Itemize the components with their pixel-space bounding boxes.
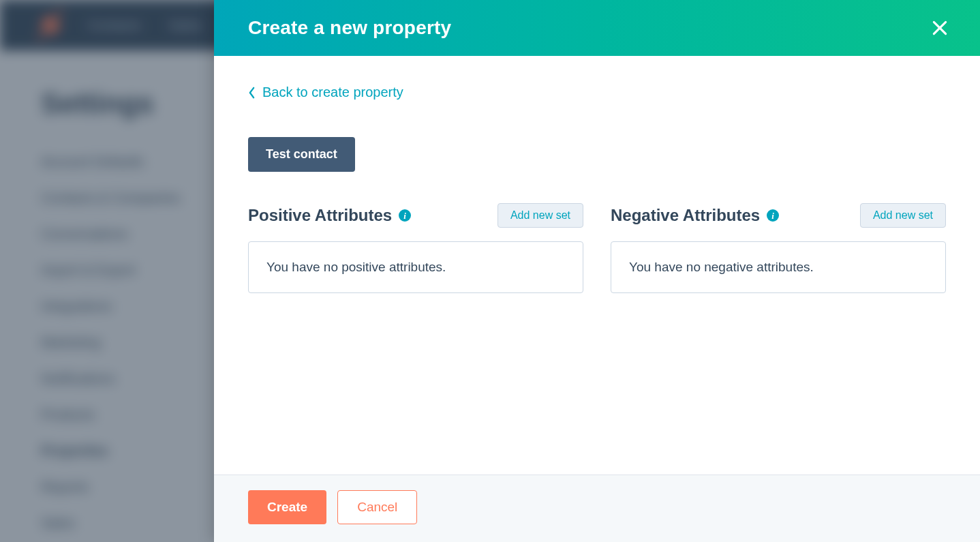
close-icon — [931, 19, 949, 37]
close-button[interactable] — [930, 18, 950, 38]
info-icon[interactable]: i — [399, 209, 411, 222]
create-button[interactable]: Create — [248, 490, 326, 524]
panel-title: Create a new property — [248, 17, 451, 39]
attributes-columns: Positive Attributes i Add new set You ha… — [248, 203, 946, 293]
panel-header: Create a new property — [214, 0, 980, 56]
add-positive-set-button[interactable]: Add new set — [497, 203, 583, 228]
positive-empty-state: You have no positive attributes. — [248, 241, 583, 293]
add-negative-set-button[interactable]: Add new set — [860, 203, 946, 228]
info-icon[interactable]: i — [767, 209, 779, 222]
cancel-button[interactable]: Cancel — [337, 490, 417, 524]
positive-attributes-title: Positive Attributes — [248, 206, 392, 225]
panel-body: Back to create property Test contact Pos… — [214, 56, 980, 475]
panel-footer: Create Cancel — [214, 475, 980, 542]
test-contact-button[interactable]: Test contact — [248, 137, 355, 172]
negative-attributes-column: Negative Attributes i Add new set You ha… — [611, 203, 946, 293]
negative-empty-state: You have no negative attributes. — [611, 241, 946, 293]
back-link-label: Back to create property — [262, 85, 403, 100]
positive-attributes-column: Positive Attributes i Add new set You ha… — [248, 203, 583, 293]
create-property-panel: Create a new property Back to create pro… — [214, 0, 980, 542]
chevron-left-icon — [248, 87, 256, 99]
negative-attributes-title: Negative Attributes — [611, 206, 760, 225]
back-link[interactable]: Back to create property — [248, 85, 403, 100]
